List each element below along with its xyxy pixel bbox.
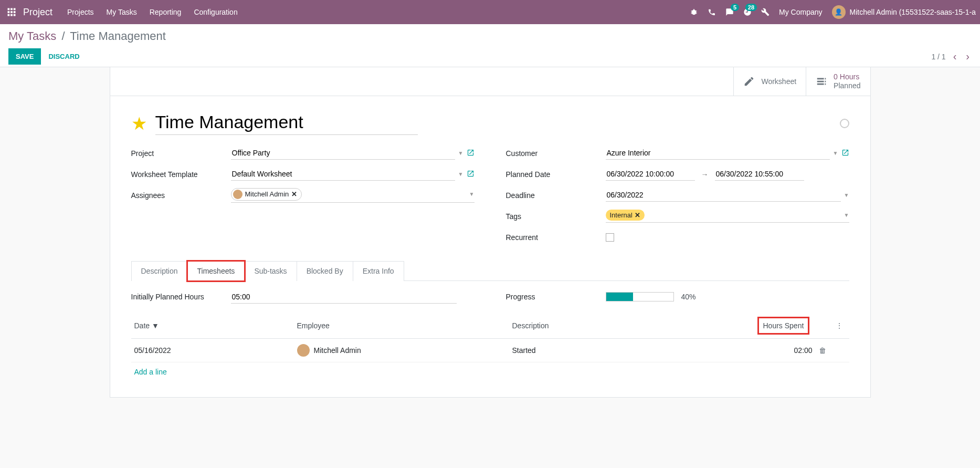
timesheet-table: Date ▼ Employee Description Hours Spent … (131, 313, 849, 381)
form-grid: Project ▼ Worksheet Template ▼ (110, 140, 870, 261)
activities-icon[interactable]: 28 (743, 8, 752, 16)
breadcrumb-current: Time Management (70, 29, 166, 43)
tab-subtasks[interactable]: Sub-tasks (244, 261, 297, 281)
form-sheet: Worksheet 0 Hours Planned ★ Project (110, 67, 871, 398)
tabs: Description Timesheets Sub-tasks Blocked… (131, 261, 849, 281)
cell-date[interactable]: 05/16/2022 (131, 338, 294, 362)
hours-planned-unit: Hours (840, 72, 859, 81)
nav-menu-projects[interactable]: Projects (67, 8, 94, 16)
remove-tag-icon[interactable]: ✕ (635, 211, 640, 219)
cell-description[interactable]: Started (509, 338, 756, 362)
remove-assignee-icon[interactable]: ✕ (291, 190, 297, 198)
bug-icon[interactable] (690, 8, 698, 16)
customer-field[interactable] (606, 147, 830, 160)
chevron-down-icon[interactable]: ▼ (469, 191, 475, 197)
pager: 1 / 1 ‹ › (931, 50, 972, 63)
recurrent-checkbox[interactable] (606, 233, 614, 242)
tools-icon[interactable] (761, 8, 770, 16)
timesheet-header: Initially Planned Hours Progress 40% (131, 281, 849, 313)
customer-label: Customer (506, 149, 606, 158)
tab-timesheets[interactable]: Timesheets (187, 261, 245, 281)
user-name: Mitchell Admin (15531522-saas-15-1-a (850, 8, 976, 16)
tab-blockedby[interactable]: Blocked By (297, 261, 353, 281)
pager-count: 1 / 1 (931, 53, 945, 61)
chevron-down-icon[interactable]: ▼ (844, 212, 849, 218)
worksheet-stat-button[interactable]: Worksheet (733, 67, 806, 96)
breadcrumb-sep: / (61, 29, 65, 43)
progress-fill (606, 293, 633, 301)
col-date[interactable]: Date ▼ (134, 321, 291, 330)
company-label[interactable]: My Company (779, 8, 822, 16)
save-button[interactable]: SAVE (8, 48, 41, 65)
external-link-icon[interactable] (467, 149, 475, 158)
col-employee[interactable]: Employee (294, 313, 509, 339)
title-row: ★ (110, 96, 870, 140)
planned-hours-label: Initially Planned Hours (131, 293, 231, 301)
actions-row: SAVE DISCARD 1 / 1 ‹ › (8, 48, 972, 65)
planned-date-start-field[interactable] (606, 168, 695, 181)
activities-badge: 28 (745, 4, 757, 11)
svg-rect-7 (10, 14, 13, 16)
tags-label: Tags (506, 212, 606, 221)
chevron-down-icon[interactable]: ▼ (458, 150, 463, 156)
tag-name: Internal (610, 211, 633, 219)
svg-rect-5 (14, 11, 16, 13)
timesheet-row[interactable]: 05/16/2022 Mitchell Admin Started 02:00 … (131, 338, 849, 362)
tab-description[interactable]: Description (131, 261, 188, 281)
sort-desc-icon: ▼ (152, 321, 159, 330)
task-title-input[interactable] (155, 112, 418, 135)
worksheet-template-field[interactable] (231, 168, 455, 181)
nav-menu: Projects My Tasks Reporting Configuratio… (67, 8, 238, 16)
nav-menu-reporting[interactable]: Reporting (150, 8, 182, 16)
delete-row-icon[interactable]: 🗑 (819, 346, 826, 355)
breadcrumb: My Tasks / Time Management (8, 29, 972, 43)
project-field[interactable] (231, 147, 455, 160)
discard-button[interactable]: DISCARD (41, 48, 87, 65)
pager-next[interactable]: › (964, 50, 972, 63)
assignees-label: Assignees (131, 191, 231, 200)
add-line-button[interactable]: Add a line (131, 362, 849, 381)
deadline-label: Deadline (506, 191, 606, 200)
pencil-icon (743, 76, 755, 87)
phone-icon[interactable] (708, 8, 716, 16)
planned-date-end-field[interactable] (715, 168, 804, 181)
pager-prev[interactable]: ‹ (951, 50, 959, 63)
assignee-tag[interactable]: Mitchell Admin ✕ (231, 188, 302, 201)
external-link-icon[interactable] (467, 170, 475, 179)
stage-kanban-circle[interactable] (840, 119, 849, 128)
external-link-icon[interactable] (841, 149, 849, 158)
tab-extrainfo[interactable]: Extra Info (353, 261, 404, 281)
nav-right: 5 28 My Company 👤 Mitchell Admin (155315… (690, 5, 976, 19)
favorite-star-icon[interactable]: ★ (131, 113, 147, 134)
avatar-icon (297, 344, 310, 357)
messages-icon[interactable]: 5 (725, 8, 734, 16)
avatar-icon (233, 190, 243, 199)
hours-planned-value: 0 (834, 72, 838, 81)
user-menu[interactable]: 👤 Mitchell Admin (15531522-saas-15-1-a (832, 5, 976, 19)
chevron-down-icon[interactable]: ▼ (833, 150, 838, 156)
col-hours-spent[interactable]: Hours Spent (759, 318, 808, 333)
deadline-field[interactable] (606, 189, 841, 202)
hours-planned-stat-button[interactable]: 0 Hours Planned (806, 67, 870, 96)
brand-label: Project (23, 7, 52, 18)
svg-rect-3 (8, 11, 10, 13)
breadcrumb-root[interactable]: My Tasks (8, 29, 56, 43)
tag-pill[interactable]: Internal ✕ (606, 210, 645, 221)
chevron-down-icon[interactable]: ▼ (458, 171, 463, 177)
nav-menu-configuration[interactable]: Configuration (194, 8, 237, 16)
stat-buttons: Worksheet 0 Hours Planned (110, 67, 870, 96)
apps-icon[interactable] (4, 5, 19, 19)
svg-rect-1 (10, 8, 13, 11)
cell-hours[interactable]: 02:00 (794, 346, 813, 355)
col-description[interactable]: Description (509, 313, 756, 339)
chevron-down-icon[interactable]: ▼ (844, 192, 849, 198)
messages-badge: 5 (731, 4, 739, 11)
cell-employee[interactable]: Mitchell Admin (314, 346, 361, 355)
progress-bar (606, 292, 674, 301)
planned-hours-field[interactable] (231, 290, 457, 304)
project-label: Project (131, 149, 231, 158)
svg-rect-0 (8, 8, 10, 11)
kebab-icon[interactable]: ⋮ (833, 321, 846, 330)
topnav: Project Projects My Tasks Reporting Conf… (0, 0, 980, 24)
nav-menu-mytasks[interactable]: My Tasks (107, 8, 137, 16)
